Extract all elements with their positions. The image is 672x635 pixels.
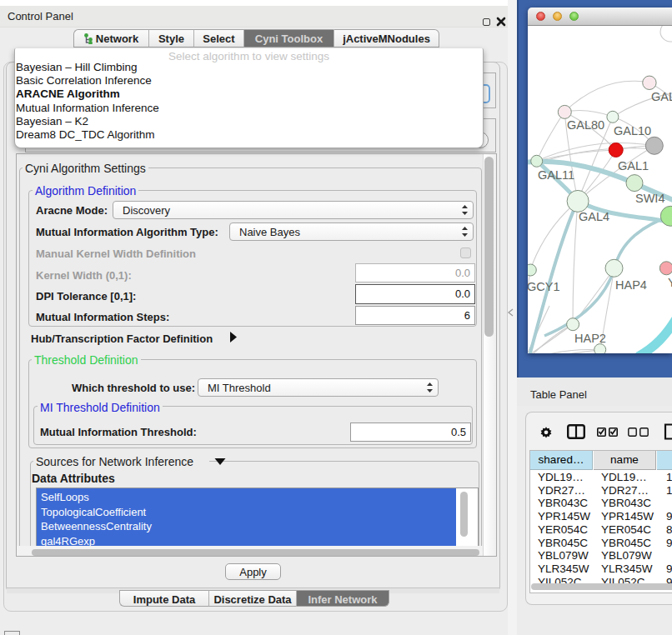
svg-text:GCY1: GCY1: [528, 280, 560, 293]
svg-text:GAL80: GAL80: [567, 118, 604, 132]
svg-text:GAL10: GAL10: [614, 124, 651, 138]
svg-text:GAL: GAL: [651, 90, 672, 103]
svg-text:Y: Y: [668, 276, 672, 289]
svg-text:HAP2: HAP2: [574, 332, 606, 345]
svg-text:GAL1: GAL1: [618, 159, 649, 172]
svg-text:SWI4: SWI4: [635, 192, 664, 205]
svg-text:HAP4: HAP4: [615, 278, 647, 292]
svg-text:GAL4: GAL4: [579, 210, 609, 223]
svg-text:GAL11: GAL11: [538, 168, 574, 182]
